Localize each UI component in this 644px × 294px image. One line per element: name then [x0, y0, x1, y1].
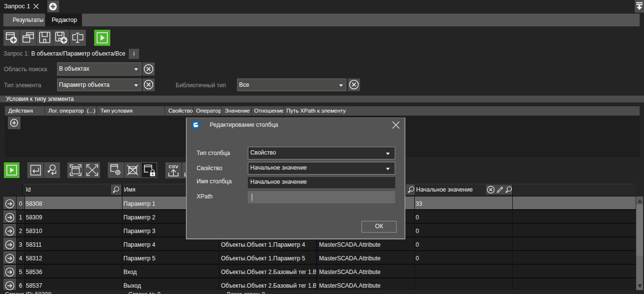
svg-text:CSV: CSV — [169, 164, 179, 169]
